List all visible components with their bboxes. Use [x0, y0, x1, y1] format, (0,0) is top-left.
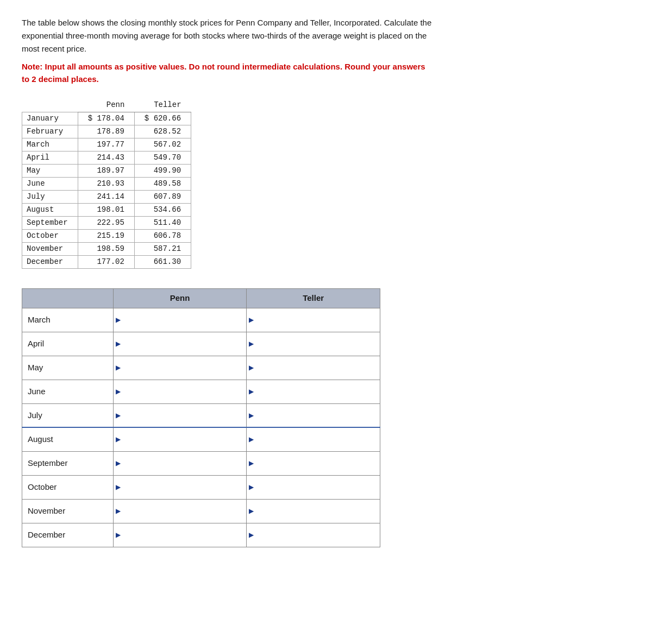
- price-month-cell: December: [22, 256, 78, 269]
- table-row: November198.59587.21: [22, 243, 191, 256]
- input-month-label: June: [22, 380, 114, 403]
- input-month-label: December: [22, 523, 114, 547]
- price-penn-cell: 210.93: [78, 178, 134, 191]
- price-teller-cell: 511.40: [134, 217, 191, 230]
- input-table-row: April▶▶: [22, 332, 380, 356]
- input-teller-cell[interactable]: ▶: [247, 499, 380, 523]
- teller-input-field[interactable]: [256, 500, 380, 523]
- teller-input-field[interactable]: [256, 404, 380, 427]
- input-teller-cell[interactable]: ▶: [247, 427, 380, 451]
- penn-input-field[interactable]: [123, 332, 247, 356]
- price-penn-cell: 241.14: [78, 191, 134, 204]
- arrow-icon: ▶: [116, 387, 121, 396]
- price-penn-cell: 177.02: [78, 256, 134, 269]
- table-row: January$ 178.04$ 620.66: [22, 112, 191, 125]
- price-penn-cell: 198.01: [78, 204, 134, 217]
- input-teller-cell[interactable]: ▶: [247, 380, 380, 403]
- price-teller-cell: 567.02: [134, 138, 191, 151]
- arrow-icon: ▶: [249, 530, 254, 540]
- teller-input-field[interactable]: [256, 332, 380, 356]
- input-table-row: September▶▶: [22, 451, 380, 475]
- penn-input-field[interactable]: [123, 308, 247, 332]
- price-penn-cell: 222.95: [78, 217, 134, 230]
- price-penn-cell: 198.59: [78, 243, 134, 256]
- arrow-icon: ▶: [116, 315, 121, 325]
- penn-input-field[interactable]: [123, 428, 247, 451]
- input-teller-cell[interactable]: ▶: [247, 356, 380, 380]
- teller-input-field[interactable]: [256, 523, 380, 547]
- price-teller-cell: 549.70: [134, 151, 191, 165]
- price-month-cell: October: [22, 230, 78, 243]
- input-month-label: September: [22, 451, 114, 475]
- penn-input-field[interactable]: [123, 356, 247, 380]
- input-teller-cell[interactable]: ▶: [247, 523, 380, 547]
- input-penn-cell[interactable]: ▶: [113, 427, 247, 451]
- input-month-label: October: [22, 475, 114, 499]
- arrow-icon: ▶: [249, 387, 254, 396]
- price-header-month: [22, 98, 78, 112]
- arrow-icon: ▶: [116, 363, 121, 372]
- input-penn-cell[interactable]: ▶: [113, 380, 247, 403]
- penn-input-field[interactable]: [123, 500, 247, 523]
- price-teller-cell: 489.58: [134, 178, 191, 191]
- price-data-table: Penn Teller January$ 178.04$ 620.66Febru…: [22, 98, 191, 269]
- note-text: Note: Input all amounts as positive valu…: [22, 61, 435, 85]
- arrow-icon: ▶: [116, 411, 121, 420]
- input-teller-cell[interactable]: ▶: [247, 308, 380, 332]
- input-penn-cell[interactable]: ▶: [113, 403, 247, 427]
- input-table-row: May▶▶: [22, 356, 380, 380]
- price-month-cell: January: [22, 112, 78, 125]
- arrow-icon: ▶: [249, 315, 254, 325]
- price-teller-cell: 606.78: [134, 230, 191, 243]
- input-teller-cell[interactable]: ▶: [247, 475, 380, 499]
- penn-input-field[interactable]: [123, 523, 247, 547]
- price-penn-cell: $ 178.04: [78, 112, 134, 125]
- description-text: The table below shows the closing monthl…: [22, 16, 435, 55]
- arrow-icon: ▶: [249, 363, 254, 372]
- price-header-penn: Penn: [78, 98, 134, 112]
- input-teller-cell[interactable]: ▶: [247, 451, 380, 475]
- input-penn-cell[interactable]: ▶: [113, 308, 247, 332]
- table-row: December177.02661.30: [22, 256, 191, 269]
- penn-input-field[interactable]: [123, 380, 247, 403]
- price-penn-cell: 189.97: [78, 165, 134, 178]
- input-teller-cell[interactable]: ▶: [247, 403, 380, 427]
- price-teller-cell: 661.30: [134, 256, 191, 269]
- input-data-table: Penn Teller March▶▶April▶▶May▶▶June▶▶Jul…: [22, 288, 380, 547]
- table-row: April214.43549.70: [22, 151, 191, 165]
- input-header-penn: Penn: [113, 289, 247, 308]
- input-table-row: December▶▶: [22, 523, 380, 547]
- input-penn-cell[interactable]: ▶: [113, 499, 247, 523]
- penn-input-field[interactable]: [123, 476, 247, 499]
- price-teller-cell: 607.89: [134, 191, 191, 204]
- table-row: August198.01534.66: [22, 204, 191, 217]
- penn-input-field[interactable]: [123, 452, 247, 475]
- price-month-cell: March: [22, 138, 78, 151]
- arrow-icon: ▶: [116, 482, 121, 492]
- arrow-icon: ▶: [116, 530, 121, 540]
- teller-input-field[interactable]: [256, 308, 380, 332]
- input-penn-cell[interactable]: ▶: [113, 451, 247, 475]
- teller-input-field[interactable]: [256, 428, 380, 451]
- table-row: September222.95511.40: [22, 217, 191, 230]
- price-month-cell: April: [22, 151, 78, 165]
- arrow-icon: ▶: [116, 339, 121, 349]
- teller-input-field[interactable]: [256, 452, 380, 475]
- price-month-cell: August: [22, 204, 78, 217]
- input-penn-cell[interactable]: ▶: [113, 475, 247, 499]
- price-penn-cell: 215.19: [78, 230, 134, 243]
- teller-input-field[interactable]: [256, 380, 380, 403]
- input-penn-cell[interactable]: ▶: [113, 356, 247, 380]
- teller-input-field[interactable]: [256, 476, 380, 499]
- teller-input-field[interactable]: [256, 356, 380, 380]
- input-table-row: November▶▶: [22, 499, 380, 523]
- input-penn-cell[interactable]: ▶: [113, 332, 247, 356]
- price-month-cell: February: [22, 125, 78, 138]
- input-month-label: July: [22, 403, 114, 427]
- price-penn-cell: 178.89: [78, 125, 134, 138]
- input-penn-cell[interactable]: ▶: [113, 523, 247, 547]
- input-teller-cell[interactable]: ▶: [247, 332, 380, 356]
- penn-input-field[interactable]: [123, 404, 247, 427]
- price-teller-cell: 499.90: [134, 165, 191, 178]
- price-month-cell: June: [22, 178, 78, 191]
